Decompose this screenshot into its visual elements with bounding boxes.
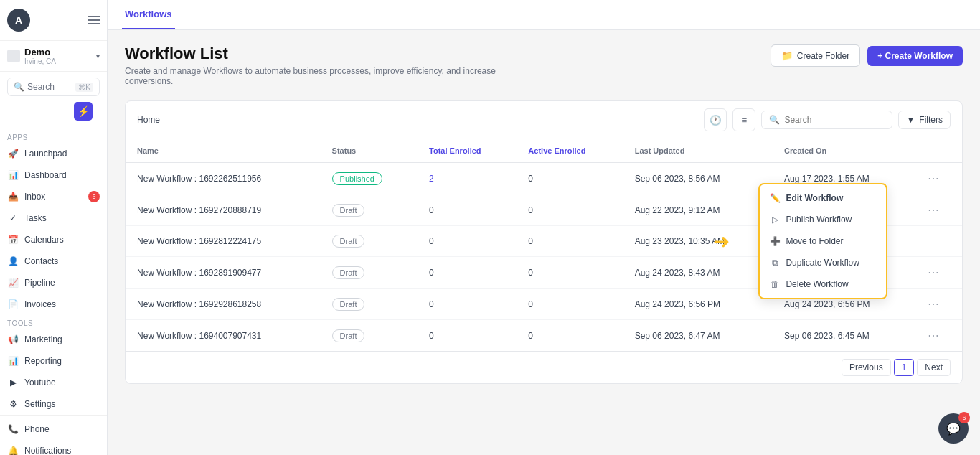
publish-workflow-item[interactable]: ▷ Publish Workflow <box>760 209 886 230</box>
chat-button[interactable]: 💬 6 <box>938 413 969 444</box>
sidebar-item-launchpad[interactable]: 🚀 Launchpad <box>0 143 107 164</box>
sidebar-bottom: 📞 Phone 🔔 Notifications GP Profile <box>0 415 107 455</box>
marketing-icon: 📢 <box>7 334 19 345</box>
page-subtitle: Create and manage Workflows to automate … <box>125 66 498 86</box>
move-to-folder-item[interactable]: ➕ Move to Folder <box>760 230 886 252</box>
table-search[interactable]: 🔍 <box>761 111 892 129</box>
workflows-tab[interactable]: Workflows <box>122 0 175 29</box>
search-bar[interactable]: 🔍 Search ⌘K <box>7 78 100 96</box>
row-menu-button[interactable]: ⋯ <box>928 204 939 216</box>
chat-icon: 💬 <box>946 422 961 436</box>
workflow-total-enrolled: 0 <box>418 320 517 352</box>
next-button[interactable]: Next <box>917 359 951 376</box>
sidebar-item-dashboard[interactable]: 📊 Dashboard <box>0 164 107 186</box>
workflow-row-actions: ⋯ <box>916 163 962 194</box>
col-total-enrolled: Total Enrolled <box>418 139 517 163</box>
sidebar-item-label: Inbox <box>24 192 45 202</box>
workflow-row-actions <box>916 226 962 257</box>
filter-button[interactable]: ▼ Filters <box>898 111 951 129</box>
workflow-status: Draft <box>321 320 418 352</box>
sidebar-item-label: Contacts <box>24 256 58 266</box>
workspace-selector[interactable]: Demo Irvine, CA ▾ <box>0 41 107 72</box>
sidebar-item-label: Reporting <box>24 356 62 366</box>
apps-section-label: Apps <box>0 129 107 143</box>
workflow-total-enrolled: 0 <box>418 289 517 320</box>
reporting-icon: 📊 <box>7 355 19 367</box>
invoices-icon: 📄 <box>7 299 19 310</box>
delete-workflow-item[interactable]: 🗑 Delete Workflow <box>760 273 886 295</box>
workflow-status: Draft <box>321 289 418 320</box>
sidebar-item-label: Dashboard <box>24 170 67 180</box>
sidebar-item-calendars[interactable]: 📅 Calendars <box>0 229 107 250</box>
sidebar-item-youtube[interactable]: ▶ Youtube <box>0 372 107 393</box>
table-row: New Workflow : 1692812224175 Draft 0 0 A… <box>126 226 962 257</box>
workflow-last-updated: Sep 06 2023, 8:56 AM <box>623 163 773 194</box>
sidebar-item-label: Tasks <box>24 213 47 223</box>
avatar: A <box>7 9 30 32</box>
notifications-icon: 🔔 <box>7 445 19 455</box>
row-menu-button[interactable]: ⋯ <box>928 329 939 342</box>
page-content: Workflow List Create and manage Workflow… <box>108 30 980 455</box>
workflow-last-updated: Aug 24 2023, 6:56 PM <box>623 289 773 320</box>
dashboard-icon: 📊 <box>7 169 19 181</box>
edit-workflow-item[interactable]: ✏️ Edit Workflow <box>760 187 886 209</box>
pipeline-icon: 📈 <box>7 277 19 289</box>
contacts-icon: 👤 <box>7 255 19 267</box>
launchpad-icon: 🚀 <box>7 148 19 159</box>
duplicate-workflow-item[interactable]: ⧉ Duplicate Workflow <box>760 252 886 273</box>
folder-plus-icon: ➕ <box>770 236 780 246</box>
lightning-button[interactable]: ⚡ <box>74 102 93 121</box>
workflow-active-enrolled: 0 <box>517 257 623 289</box>
sidebar-item-label: Marketing <box>24 334 62 344</box>
copy-icon: ⧉ <box>770 258 780 268</box>
pencil-icon: ✏️ <box>770 193 780 203</box>
create-folder-button[interactable]: 📁 Create Folder <box>771 44 860 67</box>
chevron-down-icon: ▾ <box>96 52 100 60</box>
workflow-active-enrolled: 0 <box>517 163 623 194</box>
list-view-button[interactable]: ≡ <box>732 108 755 131</box>
workflow-status: Draft <box>321 257 418 289</box>
workflow-total-enrolled: 2 <box>418 163 517 194</box>
page-1-button[interactable]: 1 <box>894 359 915 376</box>
workflow-row-actions: ⋯ <box>916 320 962 352</box>
row-menu-button[interactable]: ⋯ <box>928 298 939 310</box>
sidebar-item-settings[interactable]: ⚙ Settings <box>0 393 107 415</box>
workflow-row-actions: ⋯ <box>916 257 962 289</box>
search-icon: 🔍 <box>14 82 24 92</box>
header-actions: 📁 Create Folder + Create Workflow <box>771 44 963 67</box>
workflow-name: New Workflow : 1692720888719 <box>126 194 321 226</box>
row-menu-button[interactable]: ⋯ <box>928 266 939 278</box>
sidebar-item-notifications[interactable]: 🔔 Notifications <box>0 440 107 455</box>
col-created-on: Created On <box>773 139 916 163</box>
sidebar-item-tasks[interactable]: ✓ Tasks <box>0 207 107 229</box>
breadcrumb: Home <box>137 115 160 125</box>
history-button[interactable]: 🕐 <box>704 108 727 131</box>
workflow-name: New Workflow : 1692891909477 <box>126 257 321 289</box>
search-label: Search <box>27 82 72 92</box>
page-title: Workflow List <box>125 44 498 63</box>
sidebar-item-invoices[interactable]: 📄 Invoices <box>0 294 107 315</box>
tasks-icon: ✓ <box>7 212 19 224</box>
sidebar-item-phone[interactable]: 📞 Phone <box>0 418 107 440</box>
row-menu-button[interactable]: ⋯ <box>928 172 939 184</box>
chat-badge: 6 <box>958 412 970 423</box>
sidebar-item-label: Calendars <box>24 235 64 245</box>
search-input[interactable] <box>784 115 885 125</box>
sidebar-item-contacts[interactable]: 👤 Contacts <box>0 250 107 272</box>
previous-button[interactable]: Previous <box>842 359 891 376</box>
col-name: Name <box>126 139 321 163</box>
hamburger-menu[interactable] <box>88 16 100 24</box>
sidebar-item-pipeline[interactable]: 📈 Pipeline <box>0 272 107 294</box>
inbox-badge: 6 <box>88 191 100 202</box>
workflow-total-enrolled: 0 <box>418 257 517 289</box>
sidebar-item-inbox[interactable]: 📥 Inbox 6 <box>0 186 107 207</box>
col-last-updated: Last Updated <box>623 139 773 163</box>
clock-icon: 🕐 <box>710 115 722 126</box>
workflow-active-enrolled: 0 <box>517 289 623 320</box>
sidebar-item-marketing[interactable]: 📢 Marketing <box>0 329 107 350</box>
create-workflow-button[interactable]: + Create Workflow <box>867 46 963 66</box>
workflow-name: New Workflow : 1692928618258 <box>126 289 321 320</box>
sidebar-item-reporting[interactable]: 📊 Reporting <box>0 350 107 372</box>
workflow-row-actions: ⋯ <box>916 289 962 320</box>
sidebar-item-label: Youtube <box>24 377 56 388</box>
